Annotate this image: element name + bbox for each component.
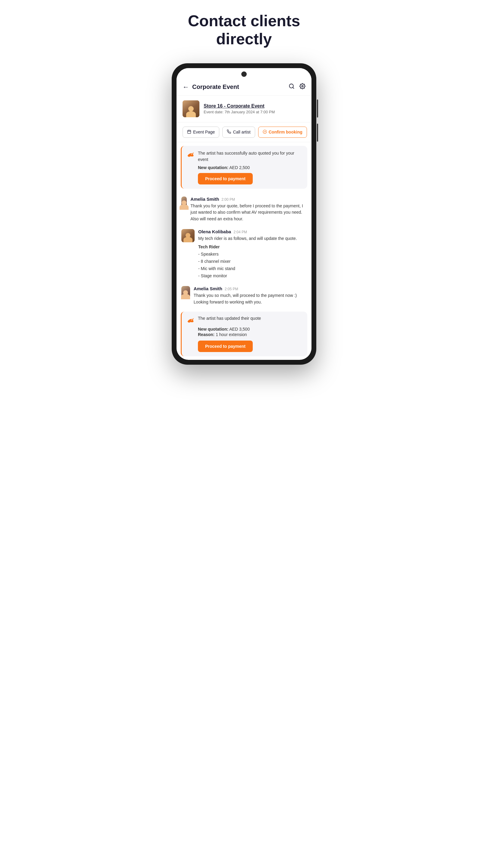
message-text: Thank you for your quote, before I proce… bbox=[190, 203, 307, 222]
system-msg-header: The artist has successfully auto quoted … bbox=[187, 150, 302, 163]
system-msg-body: New quotation: AED 2,500 Proceed to paym… bbox=[187, 165, 302, 184]
system-message-2: The artist has updated their quote New q… bbox=[181, 312, 307, 356]
page-headline: Contact clients directly bbox=[188, 12, 300, 48]
event-page-label: Event Page bbox=[193, 130, 215, 134]
system2-title: The artist has updated their quote bbox=[198, 316, 261, 321]
chat-name-row-amelia-2: Amelia Smith 2:05 PM bbox=[194, 286, 307, 291]
confirm-booking-label: Confirm booking bbox=[269, 130, 302, 134]
system-message-1: The artist has successfully auto quoted … bbox=[181, 146, 307, 189]
event-details: Store 16 - Corporate Event Event date: 7… bbox=[204, 103, 275, 114]
chat-name-row: Amelia Smith 2:00 PM bbox=[190, 196, 307, 202]
avatar-amelia-2 bbox=[181, 286, 190, 299]
quotation-label-1: New quotation: AED 2,500 bbox=[198, 165, 302, 170]
proceed-to-payment-button-1[interactable]: Proceed to payment bbox=[198, 173, 253, 184]
event-page-button[interactable]: Event Page bbox=[183, 127, 219, 138]
message-time-amelia-2: 2:05 PM bbox=[225, 287, 238, 291]
event-date: Event date: 7th January 2024 at 7:00 PM bbox=[204, 110, 275, 114]
svg-point-2 bbox=[302, 86, 303, 87]
chat-content-olena: Olena Kolibaba 2:04 PM My tech rider is … bbox=[198, 229, 297, 280]
system2-body: New quotation: AED 3,500 Reason: 1 hour … bbox=[187, 327, 302, 352]
svg-line-1 bbox=[293, 87, 294, 89]
camera-dot bbox=[241, 71, 247, 77]
proceed-to-payment-button-2[interactable]: Proceed to payment bbox=[198, 341, 253, 352]
svg-rect-3 bbox=[188, 130, 191, 133]
bird-icon bbox=[187, 151, 195, 159]
bird-icon-2 bbox=[187, 316, 195, 325]
header-icons bbox=[289, 83, 305, 91]
event-avatar-image bbox=[183, 100, 199, 117]
check-circle-icon bbox=[263, 130, 267, 135]
tech-rider-item-1: - Speakers bbox=[198, 251, 297, 258]
tech-rider-item-2: - 8 channel mixer bbox=[198, 258, 297, 265]
call-artist-label: Call artist bbox=[233, 130, 250, 134]
tech-rider-item-3: - Mic with mic stand bbox=[198, 265, 297, 273]
app-header: ← Corporate Event bbox=[176, 80, 312, 96]
avatar-amelia-1 bbox=[181, 196, 187, 210]
avatar-olena bbox=[181, 229, 195, 242]
chat-message-olena: Olena Kolibaba 2:04 PM My tech rider is … bbox=[176, 225, 312, 282]
system-msg-text: The artist has successfully auto quoted … bbox=[198, 150, 302, 163]
system2-reason: Reason: 1 hour extension bbox=[198, 332, 302, 337]
phone-side-button-1 bbox=[317, 99, 318, 118]
message-text-olena: My tech rider is as follows, and will up… bbox=[198, 236, 297, 242]
event-info: Store 16 - Corporate Event Event date: 7… bbox=[176, 96, 312, 122]
system2-header: The artist has updated their quote bbox=[187, 316, 302, 325]
call-artist-button[interactable]: Call artist bbox=[222, 127, 255, 138]
phone-screen: ← Corporate Event bbox=[176, 68, 312, 360]
back-button[interactable]: ← bbox=[183, 83, 189, 91]
chat-message-amelia-2: Amelia Smith 2:05 PM Thank you so much, … bbox=[176, 282, 312, 308]
system2-quotation: New quotation: AED 3,500 bbox=[198, 327, 302, 332]
tech-rider-item-4: - Stage monitor bbox=[198, 273, 297, 280]
chat-content-amelia-2: Amelia Smith 2:05 PM Thank you so much, … bbox=[194, 286, 307, 305]
sender-name-olena: Olena Kolibaba bbox=[198, 229, 231, 234]
chat-content-amelia-1: Amelia Smith 2:00 PM Thank you for your … bbox=[190, 196, 307, 222]
sender-name-amelia-2: Amelia Smith bbox=[194, 286, 222, 291]
sender-name: Amelia Smith bbox=[190, 196, 219, 202]
header-left: ← Corporate Event bbox=[183, 83, 239, 91]
chat-area: The artist has successfully auto quoted … bbox=[176, 146, 312, 356]
message-time-olena: 2:04 PM bbox=[233, 230, 247, 234]
phone-side-button-2 bbox=[317, 124, 318, 142]
phone-frame: ← Corporate Event bbox=[172, 63, 316, 365]
chat-message-amelia-1: Amelia Smith 2:00 PM Thank you for your … bbox=[176, 192, 312, 225]
action-buttons: Event Page Call artist Confirm booking bbox=[176, 122, 312, 142]
event-avatar bbox=[183, 100, 199, 117]
header-title: Corporate Event bbox=[192, 84, 239, 90]
tech-rider-title: Tech Rider bbox=[198, 244, 297, 251]
tech-rider: Tech Rider - Speakers - 8 channel mixer … bbox=[198, 244, 297, 279]
message-time: 2:00 PM bbox=[221, 197, 235, 202]
message-text-amelia-2: Thank you so much, will proceed to the p… bbox=[194, 292, 307, 305]
settings-icon[interactable] bbox=[299, 83, 305, 91]
phone-notch bbox=[176, 68, 312, 80]
confirm-booking-button[interactable]: Confirm booking bbox=[258, 127, 307, 138]
search-icon[interactable] bbox=[289, 83, 295, 91]
phone-icon bbox=[227, 130, 231, 135]
calendar-icon bbox=[187, 130, 191, 135]
event-name[interactable]: Store 16 - Corporate Event bbox=[204, 103, 275, 109]
chat-name-row-olena: Olena Kolibaba 2:04 PM bbox=[198, 229, 297, 234]
